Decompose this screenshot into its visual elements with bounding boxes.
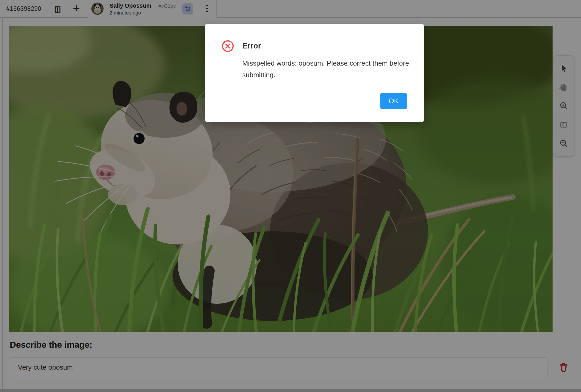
error-circle-x-icon	[222, 40, 234, 52]
error-dialog: Error Misspelled words: oposum. Please c…	[205, 24, 424, 122]
ok-button[interactable]: OK	[380, 93, 407, 109]
error-dialog-message: Misspelled words: oposum. Please correct…	[242, 57, 411, 81]
error-dialog-title: Error	[242, 42, 261, 50]
label-studio-app: #166398290 [|] +	[0, 0, 581, 392]
